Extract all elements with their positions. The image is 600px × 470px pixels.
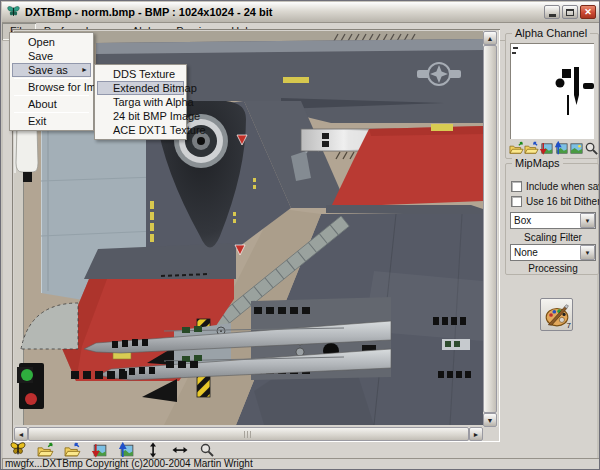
maximize-button[interactable]: [562, 5, 578, 19]
file-menu-browse[interactable]: Browse for Images: [12, 80, 91, 94]
submenu-targa-with-alpha[interactable]: Targa with Alpha: [97, 95, 184, 109]
zoom-button[interactable]: [198, 441, 216, 459]
file-menu-exit[interactable]: Exit: [12, 114, 91, 128]
dropdown-arrow-icon[interactable]: ▼: [580, 245, 595, 260]
flip-horizontal-icon: [172, 442, 188, 458]
send-to-editor-button[interactable]: 7: [540, 298, 573, 331]
app-butterfly-icon: [6, 5, 21, 20]
file-menu-about[interactable]: About: [12, 97, 91, 111]
editor-badge: 7: [567, 321, 571, 330]
include-when-saving-label: Include when saving: [526, 181, 600, 192]
submenu-extended-bitmap[interactable]: Extended Bitmap: [97, 81, 184, 95]
use-16bit-dither-label: Use 16 bit Dither: [526, 196, 600, 207]
alpha-open-button[interactable]: [509, 141, 524, 156]
mwgfx-button[interactable]: [9, 441, 27, 459]
reload-from-editor-button[interactable]: [117, 441, 135, 459]
horizontal-scroll-thumb[interactable]: [28, 427, 469, 441]
mipmaps-title: MipMaps: [512, 157, 563, 169]
file-menu-open[interactable]: Open: [12, 35, 91, 49]
scaling-filter-value: None: [511, 247, 580, 258]
mip-filter-combo[interactable]: Box ▼: [510, 212, 596, 229]
title-bar[interactable]: DXTBmp - norm.bmp - BMP : 1024x1024 - 24…: [2, 2, 600, 23]
vertical-scrollbar[interactable]: ▲ ▼: [483, 31, 498, 427]
close-icon: ✕: [584, 8, 592, 17]
arrow-down-icon: ▼: [487, 417, 494, 424]
submenu-arrow-icon: ►: [81, 63, 88, 77]
save-as-submenu: DDS Texture Extended Bitmap Targa with A…: [94, 64, 187, 140]
arrow-up-icon: ▲: [487, 35, 494, 42]
minimize-button[interactable]: [544, 5, 560, 19]
folder-open-icon: [509, 141, 524, 156]
file-menu-save-as[interactable]: Save as►: [12, 63, 91, 77]
image-icon: [569, 141, 584, 156]
alpha-view-button[interactable]: [569, 141, 584, 156]
alpha-zoom-button[interactable]: [584, 141, 599, 156]
file-menu-save[interactable]: Save: [12, 49, 91, 63]
include-when-saving-checkbox[interactable]: [511, 181, 522, 192]
maximize-icon: [566, 9, 574, 16]
processing-label: Processing: [510, 263, 596, 274]
status-text: mwgfx...DXTBmp Copyright (c)2000-2004 Ma…: [5, 458, 253, 469]
submenu-24bit-bmp[interactable]: 24 bit BMP Image: [97, 109, 184, 123]
scroll-left-button[interactable]: ◄: [14, 427, 28, 441]
image-down-icon: [91, 442, 108, 459]
dxtbmp-window: DXTBmp - norm.bmp - BMP : 1024x1024 - 24…: [0, 0, 600, 470]
scroll-right-button[interactable]: ►: [469, 427, 483, 441]
mipmaps-group: MipMaps Include when saving Use 16 bit D…: [505, 163, 599, 275]
thumb-grip: [244, 431, 253, 438]
close-button[interactable]: ✕: [580, 5, 596, 19]
flip-horizontal-button[interactable]: [171, 441, 189, 459]
save-as-label: Save as: [28, 64, 68, 76]
bottom-toolbar: [2, 441, 600, 459]
vertical-scroll-thumb[interactable]: [483, 45, 497, 413]
arrow-left-icon: ◄: [18, 431, 25, 438]
submenu-dds-texture[interactable]: DDS Texture: [97, 67, 184, 81]
menu-separator: [14, 95, 89, 96]
use-16bit-dither-checkbox[interactable]: [511, 196, 522, 207]
horizontal-scrollbar[interactable]: ◄ ►: [14, 427, 483, 441]
status-bar: mwgfx...DXTBmp Copyright (c)2000-2004 Ma…: [2, 458, 600, 470]
save-image-button[interactable]: [63, 441, 81, 459]
butterfly-icon: [9, 441, 27, 459]
magnifier-icon: [584, 141, 599, 156]
scaling-filter-label: Scaling Filter: [510, 232, 596, 243]
alpha-channel-group: Alpha Channel: [505, 33, 599, 159]
alpha-reload-button[interactable]: [554, 141, 569, 156]
alpha-preview: [510, 43, 594, 139]
alpha-send-button[interactable]: [539, 141, 554, 156]
window-title: DXTBmp - norm.bmp - BMP : 1024x1024 - 24…: [25, 6, 272, 18]
folder-open-icon: [37, 442, 54, 459]
flip-vertical-button[interactable]: [144, 441, 162, 459]
mip-filter-value: Box: [511, 215, 580, 226]
alpha-channel-title: Alpha Channel: [512, 27, 590, 39]
menu-separator: [14, 78, 89, 79]
open-image-button[interactable]: [36, 441, 54, 459]
flip-vertical-icon: [145, 442, 161, 458]
dropdown-arrow-icon[interactable]: ▼: [580, 213, 595, 228]
file-menu: Open Save Save as► Browse for Images Abo…: [9, 32, 94, 131]
submenu-ace-dxt1[interactable]: ACE DXT1 Texture: [97, 123, 184, 137]
send-to-editor-toolbar-button[interactable]: [90, 441, 108, 459]
scroll-down-button[interactable]: ▼: [483, 413, 497, 427]
minimize-icon: [549, 14, 556, 17]
scaling-filter-combo[interactable]: None ▼: [510, 244, 596, 261]
image-up-icon: [118, 442, 135, 459]
menu-separator: [14, 112, 89, 113]
magnifier-icon: [199, 442, 215, 458]
folder-save-icon: [64, 442, 81, 459]
image-down-icon: [539, 141, 554, 156]
folder-save-icon: [524, 141, 539, 156]
image-up-icon: [554, 141, 569, 156]
alpha-save-button[interactable]: [524, 141, 539, 156]
scroll-up-button[interactable]: ▲: [483, 31, 497, 45]
arrow-right-icon: ►: [473, 431, 480, 438]
